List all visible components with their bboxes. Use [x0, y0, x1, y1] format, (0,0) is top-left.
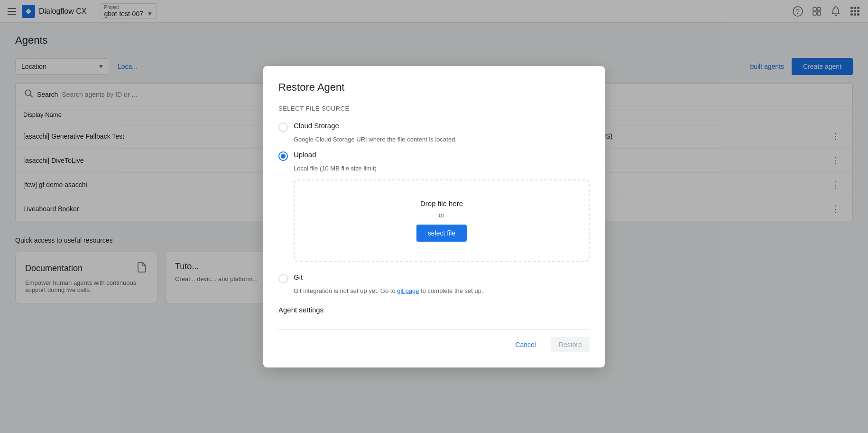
select-file-source-label: Select file source [278, 105, 590, 112]
modal-footer: Cancel Restore [278, 329, 590, 341]
drop-text: Drop file here [304, 199, 579, 207]
git-label: Git [294, 273, 303, 281]
git-option[interactable]: Git [278, 273, 590, 283]
cancel-button[interactable]: Cancel [508, 337, 544, 341]
git-desc-suffix: to complete the set up. [421, 287, 483, 294]
radio-selected-dot [281, 154, 286, 159]
restore-agent-modal: Restore Agent Select file source Cloud S… [263, 66, 605, 341]
agent-settings-section: Agent settings [278, 306, 590, 314]
upload-desc: Local file (10 MB file size limit) [294, 165, 590, 172]
upload-option[interactable]: Upload [278, 151, 590, 161]
git-desc: Git integration is not set up yet. Go to… [294, 287, 590, 294]
upload-label: Upload [294, 151, 316, 159]
file-drop-zone[interactable]: Drop file here or select file [294, 179, 590, 262]
upload-radio[interactable] [278, 151, 288, 161]
drop-or: or [304, 211, 579, 219]
cloud-storage-option[interactable]: Cloud Storage [278, 122, 590, 132]
cloud-storage-desc: Google Cloud Storage URI where the file … [294, 136, 590, 143]
cloud-storage-radio[interactable] [278, 122, 288, 132]
git-radio[interactable] [278, 274, 288, 283]
cloud-storage-label: Cloud Storage [294, 122, 339, 130]
modal-title: Restore Agent [278, 81, 590, 94]
git-desc-prefix: Git integration is not set up yet. Go to [294, 287, 397, 294]
modal-overlay[interactable]: Restore Agent Select file source Cloud S… [0, 0, 868, 341]
select-file-button[interactable]: select file [416, 225, 467, 242]
agent-settings-title: Agent settings [278, 306, 590, 314]
restore-button[interactable]: Restore [551, 337, 590, 341]
git-page-link[interactable]: git page [397, 287, 419, 294]
